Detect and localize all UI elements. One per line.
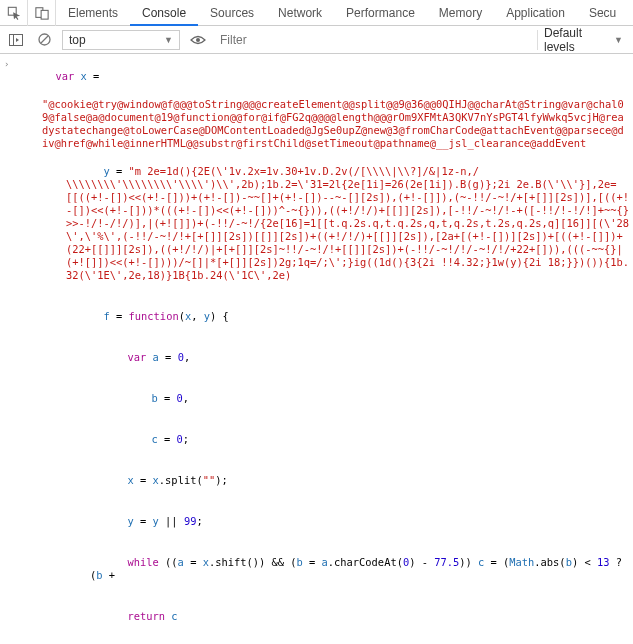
filter-input[interactable]	[214, 30, 533, 50]
code-line: var x =	[18, 57, 629, 96]
tab-sources[interactable]: Sources	[198, 0, 266, 26]
code-line: y = y || 99;	[18, 502, 629, 541]
code-line: y = "m 2e=1d(){2E(\'1v.2x=1v.30+1v.D.2v(…	[18, 152, 629, 295]
chevron-down-icon: ▼	[614, 35, 623, 45]
code-line: var a = 0,	[18, 338, 629, 377]
tab-elements[interactable]: Elements	[56, 0, 130, 26]
devtools-tabbar: Elements Console Sources Network Perform…	[0, 0, 633, 26]
tab-application[interactable]: Application	[494, 0, 577, 26]
input-arrow-icon: ›	[4, 57, 18, 71]
live-expression-icon[interactable]	[186, 28, 210, 52]
tab-memory[interactable]: Memory	[427, 0, 494, 26]
code-line: return c	[18, 597, 629, 636]
code-line: x = x.split("");	[18, 461, 629, 500]
tab-network[interactable]: Network	[266, 0, 334, 26]
tab-security[interactable]: Secu	[577, 0, 628, 26]
context-label: top	[69, 33, 86, 47]
tab-console[interactable]: Console	[130, 0, 198, 26]
code-line: while ((a = x.shift()) && (b = a.charCod…	[18, 543, 629, 595]
log-level-label: Default levels	[544, 26, 614, 54]
chevron-down-icon: ▼	[164, 35, 173, 45]
clear-console-icon[interactable]	[32, 28, 56, 52]
svg-point-7	[196, 38, 200, 42]
code-line: c = 0;	[18, 420, 629, 459]
svg-line-6	[41, 36, 48, 43]
string-literal: "@cookie@try@window@f@@@toString@@@creat…	[18, 98, 629, 150]
code-line: b = 0,	[18, 379, 629, 418]
tab-performance[interactable]: Performance	[334, 0, 427, 26]
code-line: },	[18, 638, 629, 644]
console-output: › var x = "@cookie@try@window@f@@@toStri…	[0, 54, 633, 644]
log-level-select[interactable]: Default levels ▼	[537, 30, 629, 50]
sidebar-toggle-icon[interactable]	[4, 28, 28, 52]
svg-rect-2	[41, 10, 48, 19]
device-icon[interactable]	[28, 0, 56, 26]
code-line: f = function(x, y) {	[18, 297, 629, 336]
context-select[interactable]: top ▼	[62, 30, 180, 50]
elements-picker-icon[interactable]	[0, 0, 28, 26]
console-toolbar: top ▼ Default levels ▼	[0, 26, 633, 54]
code-row: › var x =	[0, 56, 633, 97]
